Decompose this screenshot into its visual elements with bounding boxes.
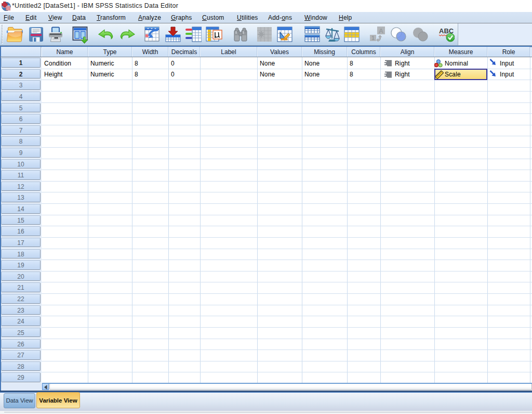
svg-text:A: A: [379, 27, 384, 35]
svg-text:1: 1: [371, 35, 375, 41]
